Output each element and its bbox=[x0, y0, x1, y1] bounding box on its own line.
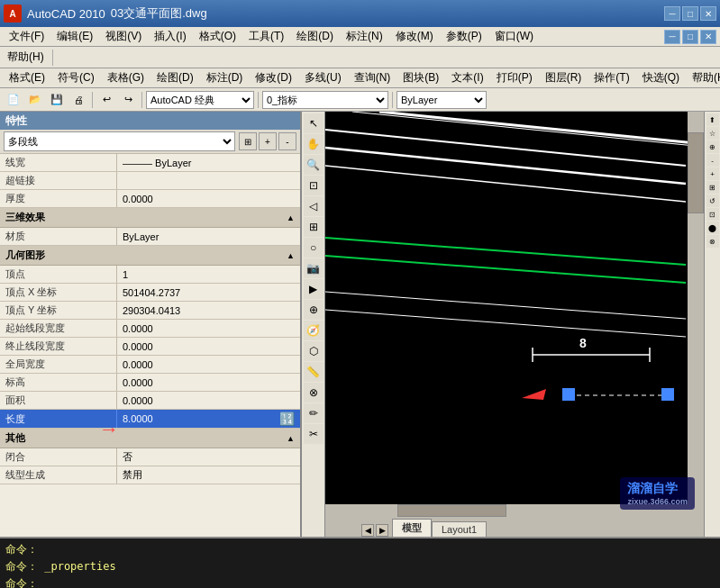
section-other[interactable]: 其他 ▲ bbox=[0, 429, 300, 448]
lt-zoom-window[interactable]: ⊡ bbox=[304, 176, 324, 195]
rt-btn2[interactable]: ☆ bbox=[706, 127, 719, 140]
menu-block[interactable]: 图块(B) bbox=[397, 68, 444, 87]
redo-btn[interactable]: ↪ bbox=[118, 91, 138, 109]
menu-multiline[interactable]: 多线(U) bbox=[299, 68, 347, 87]
menu-view[interactable]: 视图(V) bbox=[100, 27, 147, 46]
prop-value-start-width[interactable]: 0.0000 bbox=[117, 320, 300, 337]
prop-value-vertex[interactable]: 1 bbox=[117, 266, 300, 283]
doc-minimize[interactable]: ─ bbox=[664, 30, 680, 44]
rt-btn6[interactable]: ⊞ bbox=[706, 181, 719, 194]
rt-btn9[interactable]: ⬤ bbox=[706, 222, 719, 234]
section-geometry[interactable]: 几何图形 ▲ bbox=[0, 246, 300, 266]
lt-camera[interactable]: 📷 bbox=[304, 258, 324, 278]
layer-select[interactable]: 0_指标 bbox=[262, 91, 388, 109]
rt-btn1[interactable]: ⬆ bbox=[706, 113, 719, 126]
lt-zoom[interactable]: 🔍 bbox=[304, 155, 324, 175]
menu-query[interactable]: 查询(N) bbox=[349, 68, 396, 87]
linestyle-select[interactable]: ByLayer bbox=[396, 91, 487, 109]
menu-table[interactable]: 表格(G) bbox=[102, 68, 150, 87]
lt-coord[interactable]: ⊗ bbox=[304, 383, 324, 403]
lt-ucs[interactable]: ⊕ bbox=[304, 300, 324, 320]
menu-file[interactable]: 文件(F) bbox=[4, 27, 50, 46]
v-scroll-thumb[interactable] bbox=[688, 132, 704, 213]
print-btn[interactable]: 🖨 bbox=[68, 91, 88, 109]
v-scrollbar[interactable] bbox=[688, 112, 704, 517]
lt-ucs2[interactable]: 🧭 bbox=[304, 321, 324, 340]
prop-value-elevation[interactable]: 0.0000 bbox=[117, 374, 300, 391]
tab-model[interactable]: 模型 bbox=[392, 519, 432, 537]
menu-quicksel[interactable]: 快选(Q) bbox=[637, 68, 685, 87]
prop-value-vertex-y[interactable]: 290304.0413 bbox=[117, 302, 300, 319]
prop-value-area[interactable]: 0.0000 bbox=[117, 392, 300, 409]
menu-symbol[interactable]: 符号(C) bbox=[52, 68, 100, 87]
menu-insert[interactable]: 插入(I) bbox=[149, 27, 191, 46]
prop-value-vertex-x[interactable]: 501404.2737 bbox=[117, 284, 300, 301]
rt-btn8[interactable]: ⊡ bbox=[706, 208, 719, 221]
menu-print[interactable]: 打印(P) bbox=[491, 68, 538, 87]
open-btn[interactable]: 📂 bbox=[25, 91, 45, 109]
prop-value-hyperlink[interactable] bbox=[117, 172, 300, 189]
close-button[interactable]: ✕ bbox=[700, 6, 716, 21]
prop-value-length[interactable]: 8.0000 🔢 bbox=[117, 410, 300, 428]
select-toggle-btn[interactable]: ⊞ bbox=[239, 132, 257, 150]
menu-format2[interactable]: 格式(E) bbox=[4, 68, 50, 87]
new-btn[interactable]: 📄 bbox=[4, 91, 23, 109]
menu-text[interactable]: 文本(I) bbox=[446, 68, 488, 87]
lt-arrow[interactable]: ↖ bbox=[304, 113, 324, 133]
menu-operation[interactable]: 操作(T) bbox=[588, 68, 634, 87]
prop-value-thickness[interactable]: 0.0000 bbox=[117, 190, 300, 207]
section-3d[interactable]: 三维效果 ▲ bbox=[0, 208, 300, 228]
menu-annotate[interactable]: 标注(N) bbox=[341, 27, 388, 46]
prop-value-linegen[interactable]: 禁用 bbox=[117, 466, 300, 484]
tab-layout1[interactable]: Layout1 bbox=[432, 521, 487, 537]
menu-layer[interactable]: 图层(R) bbox=[540, 68, 588, 87]
object-type-select[interactable]: 多段线 bbox=[4, 131, 235, 151]
doc-maximize[interactable]: □ bbox=[682, 30, 698, 44]
prop-value-closed[interactable]: 否 bbox=[117, 448, 300, 466]
maximize-button[interactable]: □ bbox=[682, 6, 698, 21]
menu-tools[interactable]: 工具(T) bbox=[243, 27, 289, 46]
workspace-select[interactable]: AutoCAD 经典 bbox=[146, 91, 254, 109]
lt-dist[interactable]: 📏 bbox=[304, 362, 324, 382]
lt-zoom-prev[interactable]: ◁ bbox=[304, 196, 324, 216]
pickremove-btn[interactable]: - bbox=[278, 132, 296, 150]
tab-next-btn[interactable]: ▶ bbox=[376, 524, 388, 537]
menu-window[interactable]: 窗口(W) bbox=[489, 27, 539, 46]
menu-params[interactable]: 参数(P) bbox=[441, 27, 488, 46]
rt-btn10[interactable]: ⊗ bbox=[706, 235, 719, 248]
rt-btn5[interactable]: + bbox=[706, 167, 719, 180]
lt-zoom-ext[interactable]: ⊞ bbox=[304, 217, 324, 237]
rt-btn3[interactable]: ⊕ bbox=[706, 140, 719, 153]
drawing-area[interactable]: 8 ◀ ▶ 模型 Layout1 溜溜自学 zi bbox=[325, 112, 704, 537]
prop-value-end-width[interactable]: 0.0000 bbox=[117, 338, 300, 355]
submenu-help[interactable]: 帮助(H) bbox=[2, 48, 50, 67]
menu-modify[interactable]: 修改(M) bbox=[390, 27, 439, 46]
menu-help2[interactable]: 帮助(H) bbox=[687, 68, 720, 87]
menu-modify2[interactable]: 修改(D) bbox=[250, 68, 297, 87]
lt-showmotion[interactable]: ▶ bbox=[304, 279, 324, 299]
save-btn[interactable]: 💾 bbox=[47, 91, 67, 109]
lt-pen[interactable]: ✏ bbox=[304, 403, 324, 423]
lt-3dview[interactable]: ⬡ bbox=[304, 341, 324, 361]
menu-draw[interactable]: 绘图(D) bbox=[291, 27, 339, 46]
doc-close[interactable]: ✕ bbox=[700, 30, 716, 44]
prop-value-global-width[interactable]: 0.0000 bbox=[117, 356, 300, 373]
lt-delete[interactable]: ✂ bbox=[304, 424, 324, 444]
left-toolbar: ↖ ✋ 🔍 ⊡ ◁ ⊞ ○ 📷 ▶ ⊕ 🧭 ⬡ 📏 ⊗ ✏ ✂ bbox=[302, 112, 325, 537]
menu-edit[interactable]: 编辑(E) bbox=[51, 27, 98, 46]
h-scroll-thumb[interactable] bbox=[397, 504, 506, 517]
menu-dim[interactable]: 标注(D) bbox=[201, 68, 249, 87]
menu-format[interactable]: 格式(O) bbox=[194, 27, 242, 46]
tab-prev-btn[interactable]: ◀ bbox=[361, 524, 374, 537]
prop-value-linewidth[interactable]: ——— ByLayer bbox=[117, 154, 300, 171]
prop-value-material[interactable]: ByLayer bbox=[117, 228, 300, 245]
undo-btn[interactable]: ↩ bbox=[96, 91, 116, 109]
lt-orbit[interactable]: ○ bbox=[304, 238, 324, 258]
minimize-button[interactable]: ─ bbox=[664, 6, 680, 21]
length-calc-icon[interactable]: 🔢 bbox=[279, 412, 295, 426]
pickadd-btn[interactable]: + bbox=[259, 132, 277, 150]
lt-pan[interactable]: ✋ bbox=[304, 134, 324, 154]
menu-draw2[interactable]: 绘图(D) bbox=[151, 68, 199, 87]
rt-btn4[interactable]: - bbox=[706, 154, 719, 167]
rt-btn7[interactable]: ↺ bbox=[706, 194, 719, 207]
